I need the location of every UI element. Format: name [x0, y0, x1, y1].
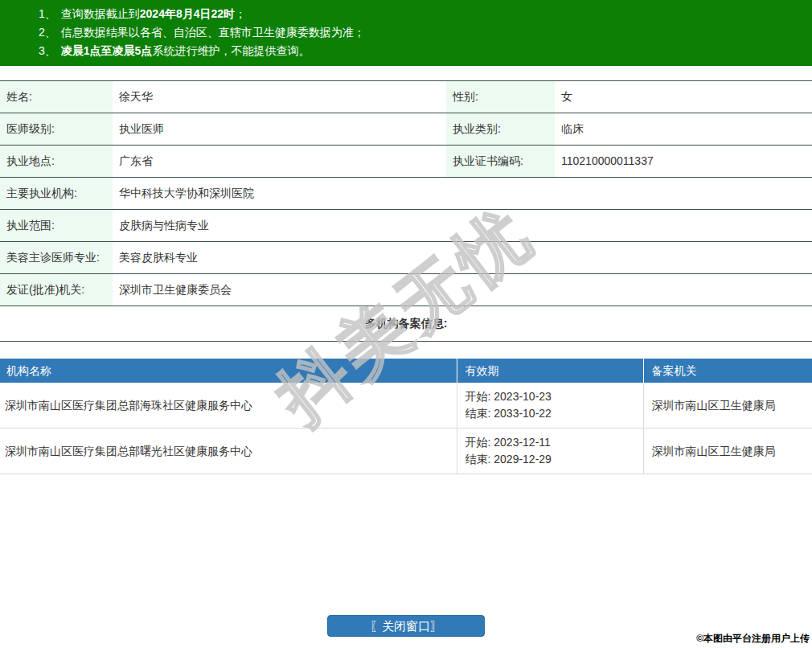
field-value-main-institution: 华中科技大学协和深圳医院 [113, 178, 812, 210]
backup-org-table: 机构名称 有效期 备案机关 深圳市南山区医疗集团总部海珠社区健康服务中心 开始:… [0, 359, 812, 474]
field-value-practice-location: 广东省 [113, 146, 446, 178]
field-value-gender: 女 [555, 81, 812, 113]
section-title-multi-org: 多机构备案信息: [0, 306, 812, 342]
field-label-practice-location: 执业地点: [0, 146, 113, 178]
field-label-doctor-level: 医师级别: [0, 113, 113, 146]
notice-text: 查询数据截止到 [61, 7, 140, 20]
field-value-practice-type: 临床 [555, 113, 812, 146]
notice-banner: 1、查询数据截止到2024年8月4日22时； 2、信息数据结果以各省、自治区、直… [0, 0, 812, 66]
notice-text: 信息数据结果以各省、自治区、直辖市卫生健康委数据为准； [61, 26, 365, 39]
field-value-doctor-level: 执业医师 [113, 113, 446, 146]
table-row: 姓名: 徐天华 性别: 女 [0, 81, 812, 113]
notice-text: 系统进行维护，不能提供查询。 [152, 44, 310, 57]
table-row: 执业地点: 广东省 执业证书编码: 110210000011337 [0, 146, 812, 178]
table-header-row: 机构名称 有效期 备案机关 [0, 359, 812, 383]
notice-line-1: 1、查询数据截止到2024年8月4日22时； [0, 5, 812, 23]
column-header-filing-authority: 备案机关 [643, 359, 812, 383]
table-row: 深圳市南山区医疗集团总部海珠社区健康服务中心 开始: 2023-10-23 结束… [0, 383, 812, 429]
footer-actions: 〖关闭窗口〗 [0, 615, 812, 637]
field-label-gender: 性别: [446, 81, 555, 113]
field-label-main-institution: 主要执业机构: [0, 178, 113, 210]
table-row: 主要执业机构: 华中科技大学协和深圳医院 [0, 178, 812, 210]
validity-end: 结束: 2029-12-29 [465, 451, 638, 468]
doctor-info-table: 姓名: 徐天华 性别: 女 医师级别: 执业医师 执业类别: 临床 执业地点: … [0, 80, 812, 342]
notice-text-bold: 凌晨1点至凌晨5点 [61, 44, 153, 57]
notice-number: 3、 [39, 44, 56, 57]
field-value-name: 徐天华 [113, 81, 446, 113]
field-label-cosmetic-specialty: 美容主诊医师专业: [0, 242, 113, 274]
notice-line-3: 3、凌晨1点至凌晨5点系统进行维护，不能提供查询。 [0, 42, 812, 60]
notice-text-bold: 2024年8月4日22时 [140, 7, 235, 20]
table-row: 执业范围: 皮肤病与性病专业 [0, 210, 812, 242]
field-value-practice-scope: 皮肤病与性病专业 [113, 210, 812, 242]
org-name: 深圳市南山区医疗集团总部曙光社区健康服务中心 [0, 429, 457, 474]
validity-period: 开始: 2023-10-23 结束: 2033-10-22 [457, 383, 643, 429]
table-row: 多机构备案信息: [0, 306, 812, 342]
notice-number: 2、 [39, 26, 56, 39]
column-header-org-name: 机构名称 [0, 359, 457, 383]
field-label-practice-scope: 执业范围: [0, 210, 113, 242]
close-window-button[interactable]: 〖关闭窗口〗 [327, 615, 485, 637]
validity-end: 结束: 2033-10-22 [465, 405, 638, 422]
notice-line-2: 2、信息数据结果以各省、自治区、直辖市卫生健康委数据为准； [0, 23, 812, 42]
validity-start: 开始: 2023-12-11 [465, 434, 638, 451]
field-label-certificate-number: 执业证书编码: [446, 146, 555, 178]
field-label-issuing-authority: 发证(批准)机关: [0, 274, 113, 306]
notice-text: ； [235, 7, 246, 20]
table-row: 发证(批准)机关: 深圳市卫生健康委员会 [0, 274, 812, 306]
filing-authority: 深圳市南山区卫生健康局 [643, 383, 812, 429]
field-label-name: 姓名: [0, 81, 113, 113]
validity-period: 开始: 2023-12-11 结束: 2029-12-29 [457, 429, 643, 474]
field-value-certificate-number: 110210000011337 [555, 146, 812, 178]
column-header-validity: 有效期 [457, 359, 643, 383]
table-row: 医师级别: 执业医师 执业类别: 临床 [0, 113, 812, 146]
table-row: 美容主诊医师专业: 美容皮肤科专业 [0, 242, 812, 274]
org-name: 深圳市南山区医疗集团总部海珠社区健康服务中心 [0, 383, 457, 429]
copyright-stamp: ©本图由平台注册用户上传 [696, 632, 810, 646]
table-row: 深圳市南山区医疗集团总部曙光社区健康服务中心 开始: 2023-12-11 结束… [0, 429, 812, 474]
notice-number: 1、 [39, 7, 56, 20]
validity-start: 开始: 2023-10-23 [465, 388, 638, 405]
field-label-practice-type: 执业类别: [446, 113, 555, 146]
field-value-issuing-authority: 深圳市卫生健康委员会 [113, 274, 812, 306]
filing-authority: 深圳市南山区卫生健康局 [643, 429, 812, 474]
field-value-cosmetic-specialty: 美容皮肤科专业 [113, 242, 812, 274]
